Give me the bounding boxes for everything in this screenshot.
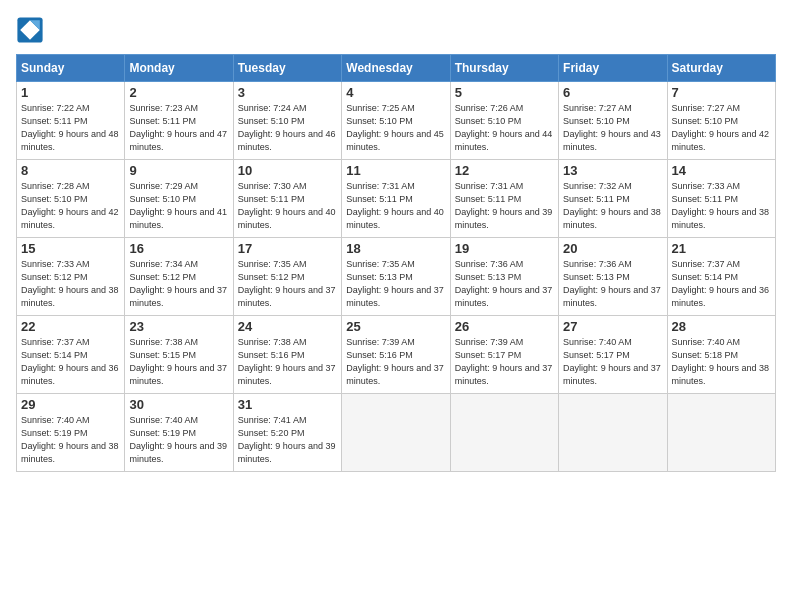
- day-header: Thursday: [450, 55, 558, 82]
- calendar-day: 3Sunrise: 7:24 AMSunset: 5:10 PMDaylight…: [233, 82, 341, 160]
- calendar-day: 8Sunrise: 7:28 AMSunset: 5:10 PMDaylight…: [17, 160, 125, 238]
- calendar-day: 5Sunrise: 7:26 AMSunset: 5:10 PMDaylight…: [450, 82, 558, 160]
- day-info: Sunrise: 7:26 AMSunset: 5:10 PMDaylight:…: [455, 102, 554, 154]
- day-info: Sunrise: 7:35 AMSunset: 5:13 PMDaylight:…: [346, 258, 445, 310]
- day-number: 15: [21, 241, 120, 256]
- calendar-day: 7Sunrise: 7:27 AMSunset: 5:10 PMDaylight…: [667, 82, 775, 160]
- calendar-day: 30Sunrise: 7:40 AMSunset: 5:19 PMDayligh…: [125, 394, 233, 472]
- day-number: 31: [238, 397, 337, 412]
- calendar-day: 31Sunrise: 7:41 AMSunset: 5:20 PMDayligh…: [233, 394, 341, 472]
- day-info: Sunrise: 7:34 AMSunset: 5:12 PMDaylight:…: [129, 258, 228, 310]
- day-info: Sunrise: 7:33 AMSunset: 5:11 PMDaylight:…: [672, 180, 771, 232]
- calendar-day: 22Sunrise: 7:37 AMSunset: 5:14 PMDayligh…: [17, 316, 125, 394]
- day-header: Friday: [559, 55, 667, 82]
- calendar-table: SundayMondayTuesdayWednesdayThursdayFrid…: [16, 54, 776, 472]
- day-info: Sunrise: 7:40 AMSunset: 5:17 PMDaylight:…: [563, 336, 662, 388]
- day-info: Sunrise: 7:25 AMSunset: 5:10 PMDaylight:…: [346, 102, 445, 154]
- calendar-day: 13Sunrise: 7:32 AMSunset: 5:11 PMDayligh…: [559, 160, 667, 238]
- calendar-day: 21Sunrise: 7:37 AMSunset: 5:14 PMDayligh…: [667, 238, 775, 316]
- day-number: 6: [563, 85, 662, 100]
- day-info: Sunrise: 7:40 AMSunset: 5:19 PMDaylight:…: [129, 414, 228, 466]
- calendar-day: 11Sunrise: 7:31 AMSunset: 5:11 PMDayligh…: [342, 160, 450, 238]
- day-number: 7: [672, 85, 771, 100]
- day-number: 27: [563, 319, 662, 334]
- logo: [16, 16, 48, 44]
- calendar-day: 16Sunrise: 7:34 AMSunset: 5:12 PMDayligh…: [125, 238, 233, 316]
- day-info: Sunrise: 7:30 AMSunset: 5:11 PMDaylight:…: [238, 180, 337, 232]
- calendar-day: 12Sunrise: 7:31 AMSunset: 5:11 PMDayligh…: [450, 160, 558, 238]
- calendar-header-row: SundayMondayTuesdayWednesdayThursdayFrid…: [17, 55, 776, 82]
- day-info: Sunrise: 7:29 AMSunset: 5:10 PMDaylight:…: [129, 180, 228, 232]
- day-header: Wednesday: [342, 55, 450, 82]
- day-info: Sunrise: 7:36 AMSunset: 5:13 PMDaylight:…: [563, 258, 662, 310]
- day-number: 25: [346, 319, 445, 334]
- calendar-day: [667, 394, 775, 472]
- calendar-week: 22Sunrise: 7:37 AMSunset: 5:14 PMDayligh…: [17, 316, 776, 394]
- day-header: Saturday: [667, 55, 775, 82]
- day-info: Sunrise: 7:23 AMSunset: 5:11 PMDaylight:…: [129, 102, 228, 154]
- calendar-day: 18Sunrise: 7:35 AMSunset: 5:13 PMDayligh…: [342, 238, 450, 316]
- day-number: 8: [21, 163, 120, 178]
- day-info: Sunrise: 7:22 AMSunset: 5:11 PMDaylight:…: [21, 102, 120, 154]
- calendar-day: [450, 394, 558, 472]
- day-number: 9: [129, 163, 228, 178]
- day-info: Sunrise: 7:38 AMSunset: 5:15 PMDaylight:…: [129, 336, 228, 388]
- calendar-day: 15Sunrise: 7:33 AMSunset: 5:12 PMDayligh…: [17, 238, 125, 316]
- calendar-week: 8Sunrise: 7:28 AMSunset: 5:10 PMDaylight…: [17, 160, 776, 238]
- day-number: 4: [346, 85, 445, 100]
- logo-icon: [16, 16, 44, 44]
- day-number: 17: [238, 241, 337, 256]
- day-number: 16: [129, 241, 228, 256]
- day-number: 2: [129, 85, 228, 100]
- day-number: 1: [21, 85, 120, 100]
- day-info: Sunrise: 7:39 AMSunset: 5:16 PMDaylight:…: [346, 336, 445, 388]
- calendar-day: 9Sunrise: 7:29 AMSunset: 5:10 PMDaylight…: [125, 160, 233, 238]
- day-number: 23: [129, 319, 228, 334]
- day-number: 10: [238, 163, 337, 178]
- calendar-day: 10Sunrise: 7:30 AMSunset: 5:11 PMDayligh…: [233, 160, 341, 238]
- day-info: Sunrise: 7:27 AMSunset: 5:10 PMDaylight:…: [563, 102, 662, 154]
- day-info: Sunrise: 7:35 AMSunset: 5:12 PMDaylight:…: [238, 258, 337, 310]
- day-info: Sunrise: 7:39 AMSunset: 5:17 PMDaylight:…: [455, 336, 554, 388]
- day-number: 5: [455, 85, 554, 100]
- day-info: Sunrise: 7:27 AMSunset: 5:10 PMDaylight:…: [672, 102, 771, 154]
- calendar-day: 24Sunrise: 7:38 AMSunset: 5:16 PMDayligh…: [233, 316, 341, 394]
- calendar-day: 19Sunrise: 7:36 AMSunset: 5:13 PMDayligh…: [450, 238, 558, 316]
- day-info: Sunrise: 7:40 AMSunset: 5:19 PMDaylight:…: [21, 414, 120, 466]
- calendar-day: 20Sunrise: 7:36 AMSunset: 5:13 PMDayligh…: [559, 238, 667, 316]
- day-number: 24: [238, 319, 337, 334]
- calendar-day: 29Sunrise: 7:40 AMSunset: 5:19 PMDayligh…: [17, 394, 125, 472]
- calendar-day: 6Sunrise: 7:27 AMSunset: 5:10 PMDaylight…: [559, 82, 667, 160]
- day-info: Sunrise: 7:41 AMSunset: 5:20 PMDaylight:…: [238, 414, 337, 466]
- day-number: 14: [672, 163, 771, 178]
- calendar-week: 1Sunrise: 7:22 AMSunset: 5:11 PMDaylight…: [17, 82, 776, 160]
- day-number: 20: [563, 241, 662, 256]
- day-number: 11: [346, 163, 445, 178]
- calendar-day: 25Sunrise: 7:39 AMSunset: 5:16 PMDayligh…: [342, 316, 450, 394]
- day-number: 30: [129, 397, 228, 412]
- day-number: 3: [238, 85, 337, 100]
- day-info: Sunrise: 7:38 AMSunset: 5:16 PMDaylight:…: [238, 336, 337, 388]
- calendar-week: 15Sunrise: 7:33 AMSunset: 5:12 PMDayligh…: [17, 238, 776, 316]
- day-info: Sunrise: 7:28 AMSunset: 5:10 PMDaylight:…: [21, 180, 120, 232]
- day-info: Sunrise: 7:33 AMSunset: 5:12 PMDaylight:…: [21, 258, 120, 310]
- calendar-day: 28Sunrise: 7:40 AMSunset: 5:18 PMDayligh…: [667, 316, 775, 394]
- day-info: Sunrise: 7:37 AMSunset: 5:14 PMDaylight:…: [21, 336, 120, 388]
- calendar-day: 17Sunrise: 7:35 AMSunset: 5:12 PMDayligh…: [233, 238, 341, 316]
- day-number: 18: [346, 241, 445, 256]
- day-number: 13: [563, 163, 662, 178]
- calendar-day: [559, 394, 667, 472]
- day-header: Sunday: [17, 55, 125, 82]
- calendar-day: 26Sunrise: 7:39 AMSunset: 5:17 PMDayligh…: [450, 316, 558, 394]
- day-info: Sunrise: 7:36 AMSunset: 5:13 PMDaylight:…: [455, 258, 554, 310]
- day-info: Sunrise: 7:31 AMSunset: 5:11 PMDaylight:…: [455, 180, 554, 232]
- calendar-container: SundayMondayTuesdayWednesdayThursdayFrid…: [0, 0, 792, 480]
- calendar-day: 4Sunrise: 7:25 AMSunset: 5:10 PMDaylight…: [342, 82, 450, 160]
- day-number: 12: [455, 163, 554, 178]
- day-info: Sunrise: 7:32 AMSunset: 5:11 PMDaylight:…: [563, 180, 662, 232]
- day-info: Sunrise: 7:31 AMSunset: 5:11 PMDaylight:…: [346, 180, 445, 232]
- day-info: Sunrise: 7:40 AMSunset: 5:18 PMDaylight:…: [672, 336, 771, 388]
- day-number: 29: [21, 397, 120, 412]
- day-header: Tuesday: [233, 55, 341, 82]
- day-info: Sunrise: 7:37 AMSunset: 5:14 PMDaylight:…: [672, 258, 771, 310]
